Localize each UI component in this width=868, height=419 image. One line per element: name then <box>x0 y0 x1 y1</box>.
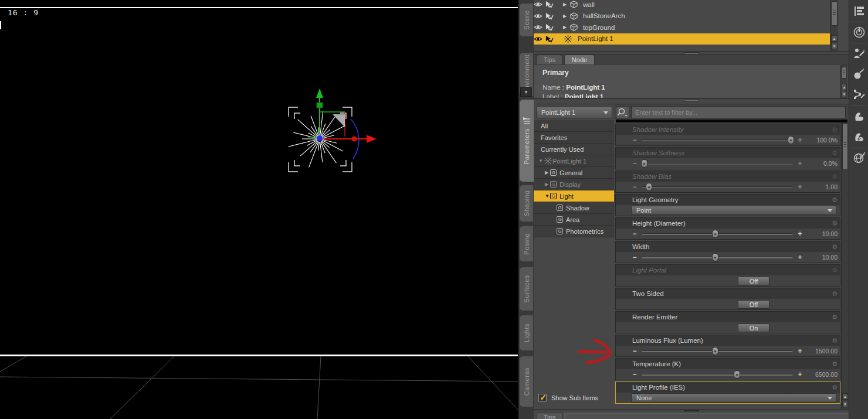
eye-icon[interactable] <box>534 1 542 8</box>
selectable-cursor-icon[interactable] <box>545 23 554 31</box>
gear-icon[interactable]: ⚙ <box>832 196 838 204</box>
param-dropdown[interactable]: None <box>631 393 836 403</box>
slider-handle[interactable] <box>646 183 652 191</box>
slider-handle[interactable] <box>788 136 794 144</box>
slider-decrement[interactable]: − <box>631 254 638 261</box>
gear-icon[interactable]: ⚙ <box>832 173 838 180</box>
gear-icon[interactable]: ⚙ <box>832 220 838 227</box>
param-value[interactable]: 10.00 <box>803 230 838 237</box>
node-selector-dropdown[interactable]: PointLight 1 <box>536 107 612 118</box>
gear-icon[interactable]: ⚙ <box>832 149 838 157</box>
slider-increment[interactable]: + <box>796 371 803 378</box>
param-filter-currently-used[interactable]: Currently Used <box>534 144 614 155</box>
slider[interactable] <box>642 159 793 168</box>
pane-collapse-button[interactable]: ▼ <box>520 87 532 97</box>
gear-icon[interactable]: ⚙ <box>832 243 838 251</box>
scene-row[interactable]: ▶hallStoneArch <box>534 11 830 22</box>
slider-handle[interactable] <box>712 253 718 261</box>
side-tab-cameras[interactable]: Cameras <box>520 356 533 407</box>
side-tab-surfaces[interactable]: Surfaces <box>520 267 533 311</box>
slider-increment[interactable]: + <box>796 137 803 144</box>
slider-decrement[interactable]: − <box>631 230 638 237</box>
eye-icon[interactable] <box>534 13 542 19</box>
scene-tree[interactable]: ▶wall▶hallStoneArch▶topGroundPointLight … <box>534 0 849 51</box>
slider-handle[interactable] <box>712 347 718 355</box>
slider[interactable] <box>642 253 793 262</box>
slider-decrement[interactable]: − <box>631 183 638 190</box>
gear-icon[interactable]: ⚙ <box>832 314 838 321</box>
param-value[interactable]: 100.0% <box>803 137 838 144</box>
selectable-cursor-icon[interactable] <box>545 12 554 20</box>
slider-handle[interactable] <box>641 159 647 168</box>
search-icon[interactable] <box>616 106 629 118</box>
actor-edit-icon[interactable] <box>852 46 867 61</box>
slider-decrement[interactable]: − <box>631 371 638 378</box>
selectable-cursor-icon[interactable] <box>545 1 554 8</box>
slider[interactable] <box>642 135 793 145</box>
gear-icon[interactable]: ⚙ <box>832 290 838 298</box>
side-tab-posing[interactable]: Posing <box>520 226 533 261</box>
expand-arrow-icon[interactable]: ▼ <box>545 193 550 199</box>
gear-icon[interactable]: ⚙ <box>832 267 838 274</box>
node-scrollbar[interactable]: ▲ ▼ <box>840 65 847 98</box>
slider-decrement[interactable]: − <box>631 348 638 355</box>
tab-node[interactable]: Node <box>564 54 595 64</box>
param-group-general[interactable]: ▶GGeneral <box>534 167 614 179</box>
scene-row[interactable]: ▶topGround <box>534 22 830 33</box>
side-tab-shaping[interactable]: Shaping <box>520 185 533 222</box>
muscle-icon[interactable] <box>852 109 867 124</box>
show-sub-items-checkbox[interactable]: ✓ <box>538 394 547 402</box>
gear-icon[interactable]: ⚙ <box>832 337 838 345</box>
param-group-area[interactable]: GArea <box>534 214 614 226</box>
slider[interactable] <box>642 182 793 192</box>
param-group-display[interactable]: ▶GDisplay <box>534 179 614 190</box>
expand-arrow-icon[interactable]: ▶ <box>563 13 569 19</box>
slider[interactable] <box>642 370 793 379</box>
slider-increment[interactable]: + <box>796 160 803 167</box>
rigging-edit-icon[interactable] <box>852 87 867 102</box>
param-value[interactable]: 0.0% <box>803 160 838 167</box>
pose-muscle-icon[interactable]: P <box>852 130 867 145</box>
param-value[interactable]: 6500.00 <box>803 371 838 378</box>
expand-arrow-icon[interactable]: ▶ <box>563 25 569 30</box>
slider-increment[interactable]: + <box>796 230 803 237</box>
slider-increment[interactable]: + <box>796 254 803 261</box>
scene-row[interactable]: ▶wall <box>534 0 830 10</box>
expand-arrow-icon[interactable]: ▶ <box>545 170 550 175</box>
globe-edit-icon[interactable] <box>852 150 867 165</box>
outline-icon[interactable] <box>852 4 867 19</box>
slider[interactable] <box>642 346 793 356</box>
gear-icon[interactable]: ⚙ <box>832 126 838 134</box>
slider-decrement[interactable]: − <box>631 160 638 167</box>
slider-increment[interactable]: + <box>796 348 803 355</box>
point-light-gizmo[interactable] <box>267 73 408 182</box>
eye-icon[interactable] <box>534 36 542 42</box>
param-value[interactable]: 1500.00 <box>803 348 838 355</box>
gear-icon[interactable]: ⚙ <box>832 360 838 368</box>
side-tab-scene[interactable]: Scene <box>520 4 533 36</box>
slider-handle[interactable] <box>712 230 718 238</box>
parameters-scrollbar[interactable]: ▲ ▼ <box>841 122 849 409</box>
scene-scrollbar[interactable]: ▲ ▼ <box>830 0 838 51</box>
slider-increment[interactable]: + <box>796 183 803 190</box>
param-dropdown[interactable]: Point <box>631 206 836 215</box>
param-value[interactable]: 10.00 <box>803 254 838 261</box>
scene-row[interactable]: PointLight 1 <box>534 33 830 45</box>
slider-decrement[interactable]: − <box>631 137 638 144</box>
tab-tips[interactable]: Tips <box>537 54 562 64</box>
show-sub-items-row[interactable]: ✓ Show Sub Items <box>538 394 598 402</box>
slider-handle[interactable] <box>734 370 740 379</box>
toggle-button[interactable]: On <box>738 323 769 332</box>
param-group-photometrics[interactable]: GPhotometrics <box>534 226 614 237</box>
expand-arrow-icon[interactable]: ▶ <box>545 182 550 187</box>
expand-arrow-icon[interactable]: ▶ <box>563 2 569 7</box>
side-tab-lights[interactable]: Lights <box>520 315 533 350</box>
param-filter-favorites[interactable]: Favorites <box>534 132 614 144</box>
slider[interactable] <box>642 229 793 239</box>
toggle-button[interactable]: Off <box>738 277 769 285</box>
filter-input[interactable] <box>631 106 846 118</box>
gear-icon[interactable]: ⚙ <box>832 384 838 391</box>
param-group-light[interactable]: ▼GLight <box>534 190 614 202</box>
target-icon[interactable] <box>852 25 867 40</box>
shaping-ball-icon[interactable] <box>852 66 867 81</box>
